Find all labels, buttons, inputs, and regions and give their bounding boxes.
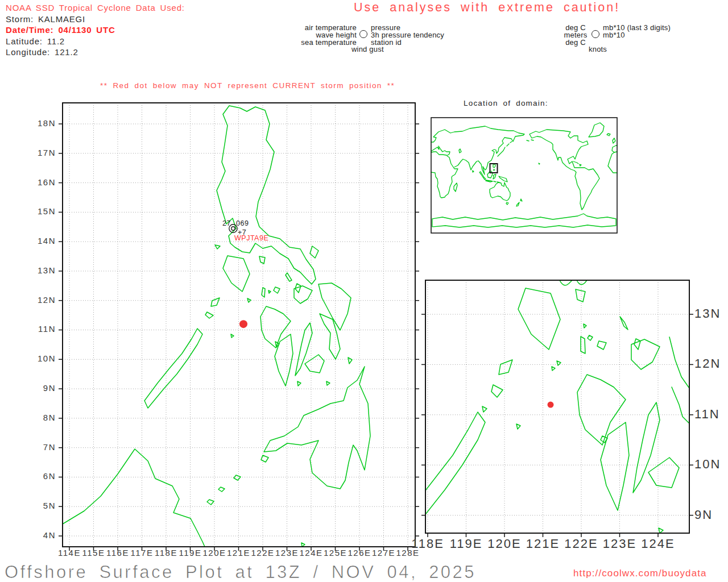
source-url: http://coolwx.com/buoydata bbox=[573, 568, 707, 579]
y-tick-label: 7N bbox=[30, 442, 56, 452]
x-tick-label: 122E bbox=[560, 537, 603, 551]
station-air-temp: 27 bbox=[222, 219, 231, 227]
location-of-domain-label: Location of domain: bbox=[464, 99, 548, 107]
plot-title: Offshore Surface Plot at 13Z / NOV 04, 2… bbox=[5, 562, 476, 582]
coastline-philippines bbox=[63, 106, 370, 547]
coastline-world bbox=[431, 123, 617, 227]
y-tick-label: 5N bbox=[30, 501, 56, 510]
y-tick-label: 9N bbox=[694, 508, 713, 522]
station-legend-right-label: wind gust bbox=[351, 45, 384, 53]
y-tick-label: 18N bbox=[30, 118, 56, 128]
y-tick-label: 16N bbox=[30, 177, 56, 187]
units-legend-right-label: knots bbox=[589, 45, 607, 53]
y-tick-label: 17N bbox=[30, 148, 56, 157]
zoom-map bbox=[425, 280, 689, 533]
offshore-surface-plot-page: { "header": { "noaa_line": "NOAA SSD Tro… bbox=[0, 0, 728, 582]
x-tick-label: 124E bbox=[636, 537, 680, 551]
caution-headline: Use analyses with extreme caution! bbox=[354, 1, 620, 15]
storm-position-warning: ** Red dot below may NOT represent CURRE… bbox=[100, 81, 395, 90]
y-tick-label: 10N bbox=[694, 457, 721, 472]
storm-info-block: NOAA SSD Tropical Cyclone Data Used: Sto… bbox=[6, 2, 185, 58]
station-circle-icon bbox=[359, 30, 367, 38]
units-legend: deg Cmb*10 (last 3 digits)metersmb*10deg… bbox=[546, 22, 728, 59]
station-legend-left-label: sea temperature bbox=[284, 38, 357, 47]
units-legend-right-label: mb*10 bbox=[603, 31, 625, 39]
y-tick-label: 13N bbox=[30, 265, 56, 275]
station-inner-circle-icon bbox=[231, 227, 235, 230]
storm-name-line: Storm: KALMAEGI bbox=[6, 14, 185, 25]
storm-position-dot bbox=[548, 402, 554, 408]
main-map-frame bbox=[63, 103, 415, 547]
noaa-source-line: NOAA SSD Tropical Cyclone Data Used: bbox=[6, 2, 185, 14]
x-tick-label: 123E bbox=[598, 537, 642, 551]
y-tick-label: 12N bbox=[694, 356, 721, 371]
world-map-frame bbox=[431, 118, 617, 233]
x-tick-label: 120E bbox=[483, 537, 526, 551]
world-inset-map bbox=[431, 118, 617, 233]
x-tick-label: 119E bbox=[445, 537, 488, 551]
y-tick-label: 8N bbox=[30, 413, 56, 422]
y-tick-label: 11N bbox=[30, 324, 56, 334]
station-model-legend: air temperaturepressurewave height3h pre… bbox=[284, 22, 489, 59]
y-tick-label: 12N bbox=[30, 295, 56, 305]
y-tick-label: 4N bbox=[30, 530, 56, 540]
storm-position-dot bbox=[239, 320, 247, 328]
main-map-grid bbox=[59, 103, 419, 551]
y-tick-label: 11N bbox=[694, 407, 720, 422]
y-tick-label: 13N bbox=[694, 306, 721, 321]
datetime-line: Date/Time: 04/1130 UTC bbox=[6, 24, 185, 36]
station-id: WPJTA9E bbox=[234, 234, 268, 242]
main-map: 27 069 +7 WPJTA9E bbox=[63, 103, 415, 547]
x-tick-label: 121E bbox=[522, 537, 565, 551]
coastline-zoom bbox=[425, 280, 689, 533]
y-tick-label: 15N bbox=[30, 206, 56, 216]
y-tick-label: 6N bbox=[30, 471, 56, 481]
y-tick-label: 14N bbox=[30, 236, 56, 246]
station-pressure: 069 bbox=[236, 219, 249, 227]
latitude-line: Latitude: 11.2 bbox=[6, 36, 185, 47]
y-tick-label: 9N bbox=[30, 383, 56, 393]
y-tick-label: 10N bbox=[30, 354, 56, 363]
zoom-map-frame bbox=[425, 280, 689, 533]
x-tick-label: 118E bbox=[406, 537, 449, 551]
longitude-line: Longitude: 121.2 bbox=[6, 47, 185, 58]
